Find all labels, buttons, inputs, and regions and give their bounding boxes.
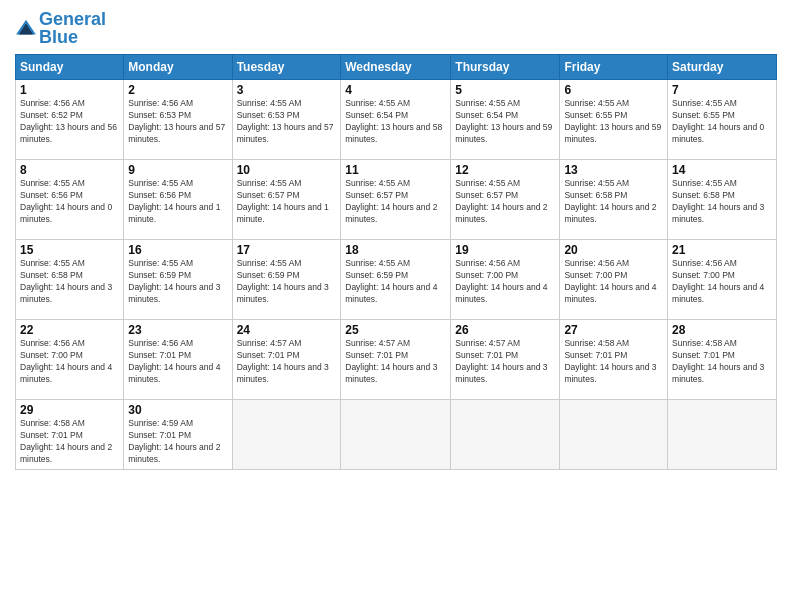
calendar-day-cell: 11Sunrise: 4:55 AMSunset: 6:57 PMDayligh…: [341, 160, 451, 240]
calendar-day-cell: 10Sunrise: 4:55 AMSunset: 6:57 PMDayligh…: [232, 160, 341, 240]
day-number: 13: [564, 163, 663, 177]
day-info: Sunrise: 4:55 AMSunset: 6:58 PMDaylight:…: [672, 178, 772, 226]
logo: GeneralBlue: [15, 10, 106, 46]
day-number: 5: [455, 83, 555, 97]
day-info: Sunrise: 4:59 AMSunset: 7:01 PMDaylight:…: [128, 418, 227, 466]
calendar-day-cell: 7Sunrise: 4:55 AMSunset: 6:55 PMDaylight…: [668, 80, 777, 160]
logo-text: GeneralBlue: [39, 10, 106, 46]
day-number: 22: [20, 323, 119, 337]
day-info: Sunrise: 4:55 AMSunset: 6:59 PMDaylight:…: [128, 258, 227, 306]
day-number: 7: [672, 83, 772, 97]
weekday-header-thursday: Thursday: [451, 55, 560, 80]
calendar-day-cell: [451, 400, 560, 470]
calendar-day-cell: 18Sunrise: 4:55 AMSunset: 6:59 PMDayligh…: [341, 240, 451, 320]
day-info: Sunrise: 4:55 AMSunset: 6:55 PMDaylight:…: [564, 98, 663, 146]
day-number: 14: [672, 163, 772, 177]
day-info: Sunrise: 4:56 AMSunset: 7:00 PMDaylight:…: [564, 258, 663, 306]
day-info: Sunrise: 4:56 AMSunset: 6:53 PMDaylight:…: [128, 98, 227, 146]
calendar-day-cell: 1Sunrise: 4:56 AMSunset: 6:52 PMDaylight…: [16, 80, 124, 160]
day-number: 20: [564, 243, 663, 257]
logo-icon: [15, 17, 37, 39]
day-info: Sunrise: 4:55 AMSunset: 6:57 PMDaylight:…: [455, 178, 555, 226]
day-info: Sunrise: 4:58 AMSunset: 7:01 PMDaylight:…: [564, 338, 663, 386]
weekday-header-tuesday: Tuesday: [232, 55, 341, 80]
day-number: 17: [237, 243, 337, 257]
day-number: 23: [128, 323, 227, 337]
calendar-day-cell: 2Sunrise: 4:56 AMSunset: 6:53 PMDaylight…: [124, 80, 232, 160]
day-number: 18: [345, 243, 446, 257]
day-info: Sunrise: 4:58 AMSunset: 7:01 PMDaylight:…: [672, 338, 772, 386]
day-info: Sunrise: 4:55 AMSunset: 6:58 PMDaylight:…: [564, 178, 663, 226]
calendar-day-cell: 8Sunrise: 4:55 AMSunset: 6:56 PMDaylight…: [16, 160, 124, 240]
calendar-day-cell: 22Sunrise: 4:56 AMSunset: 7:00 PMDayligh…: [16, 320, 124, 400]
day-info: Sunrise: 4:56 AMSunset: 7:01 PMDaylight:…: [128, 338, 227, 386]
day-info: Sunrise: 4:55 AMSunset: 6:59 PMDaylight:…: [345, 258, 446, 306]
day-number: 24: [237, 323, 337, 337]
day-number: 27: [564, 323, 663, 337]
day-info: Sunrise: 4:57 AMSunset: 7:01 PMDaylight:…: [237, 338, 337, 386]
weekday-header-sunday: Sunday: [16, 55, 124, 80]
day-info: Sunrise: 4:55 AMSunset: 6:53 PMDaylight:…: [237, 98, 337, 146]
day-number: 25: [345, 323, 446, 337]
day-info: Sunrise: 4:58 AMSunset: 7:01 PMDaylight:…: [20, 418, 119, 466]
day-number: 8: [20, 163, 119, 177]
day-info: Sunrise: 4:55 AMSunset: 6:54 PMDaylight:…: [455, 98, 555, 146]
day-number: 26: [455, 323, 555, 337]
calendar-day-cell: 4Sunrise: 4:55 AMSunset: 6:54 PMDaylight…: [341, 80, 451, 160]
calendar-day-cell: 28Sunrise: 4:58 AMSunset: 7:01 PMDayligh…: [668, 320, 777, 400]
calendar-week-row: 29Sunrise: 4:58 AMSunset: 7:01 PMDayligh…: [16, 400, 777, 470]
calendar-day-cell: 25Sunrise: 4:57 AMSunset: 7:01 PMDayligh…: [341, 320, 451, 400]
calendar-day-cell: 26Sunrise: 4:57 AMSunset: 7:01 PMDayligh…: [451, 320, 560, 400]
calendar-day-cell: 3Sunrise: 4:55 AMSunset: 6:53 PMDaylight…: [232, 80, 341, 160]
day-info: Sunrise: 4:55 AMSunset: 6:56 PMDaylight:…: [128, 178, 227, 226]
calendar-day-cell: 17Sunrise: 4:55 AMSunset: 6:59 PMDayligh…: [232, 240, 341, 320]
calendar-day-cell: 14Sunrise: 4:55 AMSunset: 6:58 PMDayligh…: [668, 160, 777, 240]
calendar-day-cell: 15Sunrise: 4:55 AMSunset: 6:58 PMDayligh…: [16, 240, 124, 320]
calendar-day-cell: 29Sunrise: 4:58 AMSunset: 7:01 PMDayligh…: [16, 400, 124, 470]
calendar-day-cell: 24Sunrise: 4:57 AMSunset: 7:01 PMDayligh…: [232, 320, 341, 400]
calendar-day-cell: [668, 400, 777, 470]
day-info: Sunrise: 4:56 AMSunset: 7:00 PMDaylight:…: [20, 338, 119, 386]
day-info: Sunrise: 4:55 AMSunset: 6:58 PMDaylight:…: [20, 258, 119, 306]
day-info: Sunrise: 4:55 AMSunset: 6:57 PMDaylight:…: [237, 178, 337, 226]
day-number: 21: [672, 243, 772, 257]
day-number: 10: [237, 163, 337, 177]
day-info: Sunrise: 4:56 AMSunset: 6:52 PMDaylight:…: [20, 98, 119, 146]
calendar-day-cell: 13Sunrise: 4:55 AMSunset: 6:58 PMDayligh…: [560, 160, 668, 240]
day-number: 11: [345, 163, 446, 177]
calendar-day-cell: 16Sunrise: 4:55 AMSunset: 6:59 PMDayligh…: [124, 240, 232, 320]
day-number: 4: [345, 83, 446, 97]
day-number: 15: [20, 243, 119, 257]
day-info: Sunrise: 4:55 AMSunset: 6:59 PMDaylight:…: [237, 258, 337, 306]
calendar-day-cell: 5Sunrise: 4:55 AMSunset: 6:54 PMDaylight…: [451, 80, 560, 160]
calendar-day-cell: [232, 400, 341, 470]
day-info: Sunrise: 4:55 AMSunset: 6:56 PMDaylight:…: [20, 178, 119, 226]
day-info: Sunrise: 4:56 AMSunset: 7:00 PMDaylight:…: [455, 258, 555, 306]
day-number: 30: [128, 403, 227, 417]
day-number: 9: [128, 163, 227, 177]
calendar-day-cell: [560, 400, 668, 470]
calendar-day-cell: 6Sunrise: 4:55 AMSunset: 6:55 PMDaylight…: [560, 80, 668, 160]
day-info: Sunrise: 4:56 AMSunset: 7:00 PMDaylight:…: [672, 258, 772, 306]
day-info: Sunrise: 4:57 AMSunset: 7:01 PMDaylight:…: [345, 338, 446, 386]
day-number: 29: [20, 403, 119, 417]
weekday-header-monday: Monday: [124, 55, 232, 80]
page: GeneralBlue SundayMondayTuesdayWednesday…: [0, 0, 792, 612]
calendar-week-row: 8Sunrise: 4:55 AMSunset: 6:56 PMDaylight…: [16, 160, 777, 240]
calendar-day-cell: 19Sunrise: 4:56 AMSunset: 7:00 PMDayligh…: [451, 240, 560, 320]
day-number: 3: [237, 83, 337, 97]
day-number: 6: [564, 83, 663, 97]
weekday-header-row: SundayMondayTuesdayWednesdayThursdayFrid…: [16, 55, 777, 80]
calendar-day-cell: 23Sunrise: 4:56 AMSunset: 7:01 PMDayligh…: [124, 320, 232, 400]
day-info: Sunrise: 4:55 AMSunset: 6:55 PMDaylight:…: [672, 98, 772, 146]
day-info: Sunrise: 4:57 AMSunset: 7:01 PMDaylight:…: [455, 338, 555, 386]
day-number: 28: [672, 323, 772, 337]
day-number: 1: [20, 83, 119, 97]
day-number: 2: [128, 83, 227, 97]
calendar-day-cell: 21Sunrise: 4:56 AMSunset: 7:00 PMDayligh…: [668, 240, 777, 320]
day-info: Sunrise: 4:55 AMSunset: 6:57 PMDaylight:…: [345, 178, 446, 226]
calendar-week-row: 22Sunrise: 4:56 AMSunset: 7:00 PMDayligh…: [16, 320, 777, 400]
day-number: 12: [455, 163, 555, 177]
calendar-day-cell: 27Sunrise: 4:58 AMSunset: 7:01 PMDayligh…: [560, 320, 668, 400]
weekday-header-wednesday: Wednesday: [341, 55, 451, 80]
